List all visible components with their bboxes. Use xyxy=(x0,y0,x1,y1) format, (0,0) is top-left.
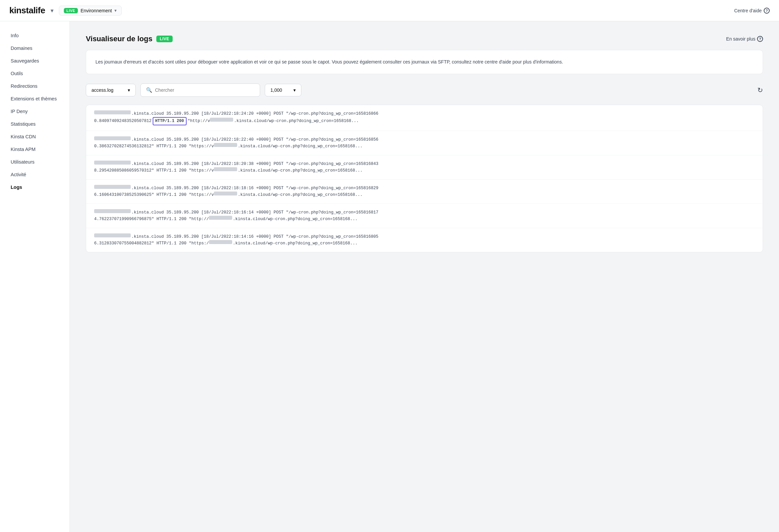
log-url-suffix: .kinsta.cloud/wp-cron.php?doing_wp_cron=… xyxy=(234,118,359,124)
log-url-suffix: .kinsta.cloud/wp-cron.php?doing_wp_cron=… xyxy=(233,240,358,247)
log-line-2: 8.295420885086059570312" HTTP/1.1 200 "h… xyxy=(94,167,755,174)
blurred-ip xyxy=(94,136,131,140)
log-line-2: 0.386327028274536132812" HTTP/1.1 200 "h… xyxy=(94,143,755,150)
sidebar-item-activite[interactable]: Activité xyxy=(0,168,69,181)
controls-row: access.log ▾ 🔍 1,000 ▾ ↻ xyxy=(86,83,763,97)
log-line-2: 6.312833070755004882812" HTTP/1.1 200 "h… xyxy=(94,240,755,247)
sidebar-item-statistiques[interactable]: Statistiques xyxy=(0,118,69,130)
log-number: 6.312833070755004882812" HTTP/1.1 200 "h… xyxy=(94,240,209,247)
http-status-badge: HTTP/1.1 200 xyxy=(153,117,187,125)
log-line-1: .kinsta.cloud 35.189.95.200 [18/Jul/2022… xyxy=(94,234,755,240)
log-container: .kinsta.cloud 35.189.95.200 [18/Jul/2022… xyxy=(86,105,763,252)
live-badge: LIVE xyxy=(64,8,78,13)
sidebar-item-sauvegardes[interactable]: Sauvegardes xyxy=(0,55,69,67)
sidebar-item-redirections[interactable]: Redirections xyxy=(0,80,69,92)
blurred-ip xyxy=(94,111,131,114)
environment-chevron-icon: ▾ xyxy=(114,8,117,13)
log-line-1: .kinsta.cloud 35.189.95.200 [18/Jul/2022… xyxy=(94,185,755,192)
sidebar-item-info[interactable]: Info xyxy=(0,29,69,42)
learn-more-icon: ? xyxy=(757,36,763,42)
file-select[interactable]: access.log ▾ xyxy=(86,84,136,96)
log-number: 0.840974092483520507812 xyxy=(94,118,152,124)
log-line-2: 0.840974092483520507812 HTTP/1.1 200 "ht… xyxy=(94,117,755,125)
main-content: Visualiseur de logs LIVE En savoir plus … xyxy=(70,21,779,532)
blurred-url xyxy=(209,240,232,244)
log-line-1: .kinsta.cloud 35.189.95.200 [18/Jul/2022… xyxy=(94,136,755,143)
search-input[interactable] xyxy=(155,87,254,93)
log-text-1: .kinsta.cloud 35.189.95.200 [18/Jul/2022… xyxy=(131,111,378,117)
page-title: Visualiseur de logs xyxy=(86,35,152,43)
topnav-right: Centre d'aide ? xyxy=(734,8,770,14)
blurred-url xyxy=(214,143,237,147)
logo: kinstalife xyxy=(9,5,45,16)
log-entry: .kinsta.cloud 35.189.95.200 [18/Jul/2022… xyxy=(86,155,763,180)
log-number: 6.160643100738525390625" HTTP/1.1 200 "h… xyxy=(94,192,214,198)
blurred-url xyxy=(214,192,237,196)
blurred-ip xyxy=(94,234,131,238)
sidebar-item-outils[interactable]: Outils xyxy=(0,67,69,80)
blurred-url xyxy=(210,118,233,122)
live-badge-header: LIVE xyxy=(156,36,173,42)
log-url-suffix: .kinsta.cloud/wp-cron.php?doing_wp_cron=… xyxy=(238,167,363,174)
blurred-ip xyxy=(94,160,131,164)
blurred-ip xyxy=(94,209,131,213)
log-text-1: .kinsta.cloud 35.189.95.200 [18/Jul/2022… xyxy=(131,209,378,216)
refresh-button[interactable]: ↻ xyxy=(757,86,763,94)
log-text-1: .kinsta.cloud 35.189.95.200 [18/Jul/2022… xyxy=(131,160,378,167)
count-select-chevron-icon: ▾ xyxy=(293,87,296,93)
log-line-1: .kinsta.cloud 35.189.95.200 [18/Jul/2022… xyxy=(94,111,755,117)
log-entry: .kinsta.cloud 35.189.95.200 [18/Jul/2022… xyxy=(86,204,763,228)
sidebar: Info Domaines Sauvegardes Outils Redirec… xyxy=(0,21,70,532)
log-url-suffix: .kinsta.cloud/wp-cron.php?doing_wp_cron=… xyxy=(238,143,363,150)
log-entry: .kinsta.cloud 35.189.95.200 [18/Jul/2022… xyxy=(86,180,763,204)
refresh-icon: ↻ xyxy=(757,86,763,94)
blurred-ip xyxy=(94,185,131,189)
blurred-url xyxy=(214,167,237,171)
log-line-2: 6.160643100738525390625" HTTP/1.1 200 "h… xyxy=(94,192,755,198)
logo-chevron-icon[interactable]: ▾ xyxy=(51,7,54,14)
page-title-row: Visualiseur de logs LIVE xyxy=(86,35,173,43)
sidebar-item-logs[interactable]: Logs xyxy=(0,181,69,194)
sidebar-item-kinsta-cdn[interactable]: Kinsta CDN xyxy=(0,130,69,143)
sidebar-item-utilisateurs[interactable]: Utilisateurs xyxy=(0,155,69,168)
log-url-suffix: .kinsta.cloud/wp-cron.php?doing_wp_cron=… xyxy=(233,216,358,222)
count-select[interactable]: 1,000 ▾ xyxy=(265,84,301,96)
log-entry: .kinsta.cloud 35.189.95.200 [18/Jul/2022… xyxy=(86,105,763,131)
file-select-chevron-icon: ▾ xyxy=(128,87,130,93)
page-header: Visualiseur de logs LIVE En savoir plus … xyxy=(86,35,763,43)
log-line-1: .kinsta.cloud 35.189.95.200 [18/Jul/2022… xyxy=(94,160,755,167)
sidebar-item-extensions[interactable]: Extensions et thèmes xyxy=(0,92,69,105)
sidebar-item-domaines[interactable]: Domaines xyxy=(0,42,69,55)
log-text-1: .kinsta.cloud 35.189.95.200 [18/Jul/2022… xyxy=(131,234,378,240)
log-url-prefix: "http://v xyxy=(188,118,210,124)
search-input-wrap: 🔍 xyxy=(140,83,260,97)
description-text: Les journaux d'erreurs et d'accès sont u… xyxy=(96,58,754,66)
topnav: kinstalife ▾ LIVE Environnement ▾ Centre… xyxy=(0,0,779,21)
page-layout: Info Domaines Sauvegardes Outils Redirec… xyxy=(0,21,779,532)
log-number: 0.386327028274536132812" HTTP/1.1 200 "h… xyxy=(94,143,214,150)
log-text-1: .kinsta.cloud 35.189.95.200 [18/Jul/2022… xyxy=(131,136,378,143)
file-select-value: access.log xyxy=(92,87,113,93)
count-select-value: 1,000 xyxy=(271,87,282,93)
learn-more-label: En savoir plus xyxy=(726,36,756,42)
log-url-suffix: .kinsta.cloud/wp-cron.php?doing_wp_cron=… xyxy=(238,192,363,198)
environment-selector[interactable]: LIVE Environnement ▾ xyxy=(59,6,122,16)
log-text-1: .kinsta.cloud 35.189.95.200 [18/Jul/2022… xyxy=(131,185,378,192)
search-icon: 🔍 xyxy=(146,87,152,93)
log-entry: .kinsta.cloud 35.189.95.200 [18/Jul/2022… xyxy=(86,228,763,252)
help-label[interactable]: Centre d'aide xyxy=(734,8,762,13)
environment-label: Environnement xyxy=(80,8,112,13)
log-number: 8.295420885086059570312" HTTP/1.1 200 "h… xyxy=(94,167,214,174)
description-box: Les journaux d'erreurs et d'accès sont u… xyxy=(86,50,763,74)
topnav-left: kinstalife ▾ LIVE Environnement ▾ xyxy=(9,5,122,16)
sidebar-item-kinsta-apm[interactable]: Kinsta APM xyxy=(0,143,69,155)
learn-more-link[interactable]: En savoir plus ? xyxy=(726,36,763,42)
sidebar-item-ip-deny[interactable]: IP Deny xyxy=(0,105,69,118)
log-line-1: .kinsta.cloud 35.189.95.200 [18/Jul/2022… xyxy=(94,209,755,216)
log-number: 4.762237071990966796875" HTTP/1.1 200 "h… xyxy=(94,216,209,222)
help-icon[interactable]: ? xyxy=(764,8,770,14)
log-line-2: 4.762237071990966796875" HTTP/1.1 200 "h… xyxy=(94,216,755,222)
blurred-url xyxy=(209,216,232,220)
log-entry: .kinsta.cloud 35.189.95.200 [18/Jul/2022… xyxy=(86,131,763,155)
